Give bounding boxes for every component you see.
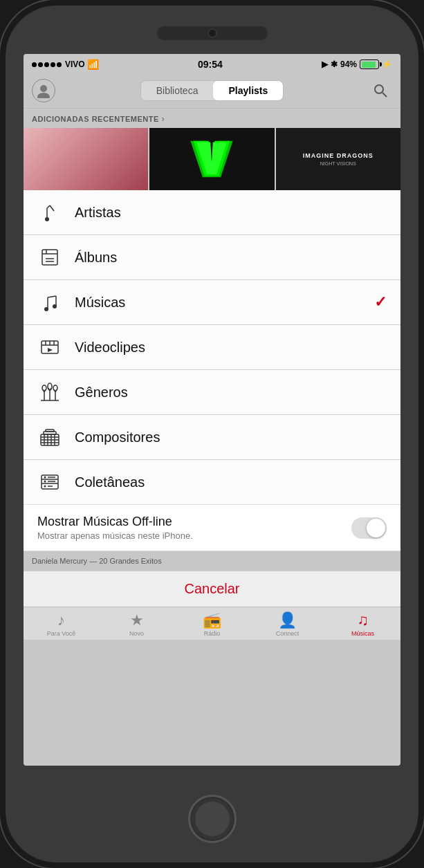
app-header: Biblioteca Playlists bbox=[24, 75, 400, 109]
radio-label: Rádio bbox=[204, 630, 221, 637]
novo-icon: ★ bbox=[130, 611, 144, 629]
musicas-nav-label: Músicas bbox=[351, 630, 374, 637]
offline-toggle-switch[interactable] bbox=[351, 517, 387, 539]
musicas-icon bbox=[37, 290, 62, 315]
recently-added-header[interactable]: ADICIONADAS RECENTEMENTE › bbox=[24, 109, 400, 128]
musicas-checkmark: ✓ bbox=[374, 293, 387, 311]
para-voce-label: Para Você bbox=[47, 630, 76, 637]
top-bar bbox=[157, 26, 268, 40]
bottom-peek: Daniela Mercury — 20 Grandes Exitos bbox=[24, 551, 400, 571]
nav-tab-connect[interactable]: 👤 Connect bbox=[250, 610, 325, 638]
time-display: 09:54 bbox=[198, 59, 223, 70]
album-thumb-1[interactable] bbox=[24, 128, 148, 190]
nav-tab-para-voce[interactable]: ♪ Para Você bbox=[24, 610, 99, 638]
compositores-icon bbox=[37, 425, 62, 450]
artistas-label: Artistas bbox=[75, 205, 121, 221]
album-thumb-2[interactable] bbox=[149, 128, 274, 190]
svg-line-3 bbox=[382, 93, 387, 97]
offline-title: Mostrar Músicas Off-line bbox=[37, 515, 193, 529]
svg-rect-49 bbox=[46, 430, 54, 432]
svg-marker-26 bbox=[48, 348, 53, 352]
bottom-nav: ♪ Para Você ★ Novo 📻 Rádio 👤 Connect ♫ bbox=[24, 607, 400, 640]
svg-line-17 bbox=[48, 296, 56, 297]
phone-inner: VIVO 📶 09:54 ▶ ✱ 94% ⚡ bbox=[6, 6, 418, 862]
offline-subtitle: Mostrar apenas músicas neste iPhone. bbox=[37, 530, 193, 541]
tab-biblioteca[interactable]: Biblioteca bbox=[141, 81, 214, 100]
bluetooth-icon: ✱ bbox=[331, 59, 338, 69]
menu-item-musicas[interactable]: Músicas ✓ bbox=[24, 280, 400, 325]
connect-icon: 👤 bbox=[278, 611, 297, 629]
svg-line-8 bbox=[47, 205, 50, 208]
toggle-knob bbox=[367, 519, 385, 537]
svg-point-54 bbox=[44, 481, 46, 483]
menu-item-compositores[interactable]: Compositores bbox=[24, 415, 400, 460]
coletaneas-label: Coletâneas bbox=[75, 474, 145, 490]
phone-frame: VIVO 📶 09:54 ▶ ✱ 94% ⚡ bbox=[0, 0, 424, 868]
albuns-label: Álbuns bbox=[75, 250, 117, 266]
svg-point-55 bbox=[44, 486, 46, 488]
svg-point-38 bbox=[53, 385, 57, 391]
videoclipes-icon bbox=[37, 335, 62, 360]
battery-percent: 94% bbox=[340, 59, 357, 69]
albuns-icon bbox=[37, 245, 62, 270]
album-thumb-3[interactable]: IMAGINE DRAGONS NIGHT VISIONS bbox=[276, 128, 400, 190]
svg-point-2 bbox=[375, 85, 383, 93]
album-row: IMAGINE DRAGONS NIGHT VISIONS bbox=[24, 128, 400, 190]
status-right: ▶ ✱ 94% ⚡ bbox=[322, 59, 392, 69]
svg-point-53 bbox=[44, 477, 46, 479]
musicas-nav-icon: ♫ bbox=[357, 611, 369, 629]
user-avatar[interactable] bbox=[32, 79, 55, 102]
menu-item-generos[interactable]: Gêneros bbox=[24, 370, 400, 415]
battery-fill bbox=[362, 62, 376, 68]
home-button-inner bbox=[194, 800, 231, 838]
menu-item-coletaneas[interactable]: Coletâneas bbox=[24, 460, 400, 504]
charging-icon: ⚡ bbox=[382, 59, 392, 69]
compositores-label: Compositores bbox=[75, 430, 160, 445]
menu-item-videoclipes[interactable]: Videoclipes bbox=[24, 325, 400, 370]
wifi-icon: 📶 bbox=[87, 59, 99, 70]
daniela-text: Daniela Mercury — 20 Grandes Exitos bbox=[32, 557, 162, 565]
menu-item-artistas[interactable]: Artistas bbox=[24, 190, 400, 235]
svg-line-10 bbox=[50, 205, 54, 211]
svg-point-1 bbox=[37, 93, 50, 98]
videoclipes-label: Videoclipes bbox=[75, 340, 145, 355]
svg-point-36 bbox=[42, 385, 46, 391]
generos-label: Gêneros bbox=[75, 385, 128, 400]
artistas-icon bbox=[37, 200, 62, 225]
recently-added-chevron: › bbox=[162, 114, 165, 124]
status-bar: VIVO 📶 09:54 ▶ ✱ 94% ⚡ bbox=[24, 54, 400, 75]
connect-label: Connect bbox=[276, 630, 299, 637]
recently-added-label: ADICIONADAS RECENTEMENTE bbox=[32, 115, 159, 123]
menu-item-albuns[interactable]: Álbuns bbox=[24, 235, 400, 280]
cancel-section: Cancelar bbox=[24, 571, 400, 607]
svg-point-20 bbox=[53, 304, 57, 308]
svg-point-9 bbox=[45, 217, 49, 221]
svg-point-0 bbox=[40, 85, 47, 92]
tab-playlists[interactable]: Playlists bbox=[213, 81, 283, 100]
nav-tab-novo[interactable]: ★ Novo bbox=[99, 610, 174, 638]
svg-point-19 bbox=[44, 307, 48, 311]
offline-section: Mostrar Músicas Off-line Mostrar apenas … bbox=[24, 504, 400, 551]
location-icon: ▶ bbox=[322, 59, 328, 69]
signal-dots bbox=[32, 62, 62, 67]
offline-text: Mostrar Músicas Off-line Mostrar apenas … bbox=[37, 515, 193, 541]
menu-overlay: Artistas Álbuns bbox=[24, 190, 400, 504]
generos-icon bbox=[37, 380, 62, 405]
cancel-button[interactable]: Cancelar bbox=[33, 581, 391, 597]
camera-dot bbox=[208, 28, 217, 38]
tab-group: Biblioteca Playlists bbox=[140, 80, 284, 101]
coletaneas-icon bbox=[37, 470, 62, 495]
para-voce-icon: ♪ bbox=[57, 611, 65, 629]
nav-tab-musicas[interactable]: ♫ Músicas bbox=[325, 610, 400, 638]
screen: VIVO 📶 09:54 ▶ ✱ 94% ⚡ bbox=[24, 54, 400, 766]
svg-rect-11 bbox=[42, 250, 57, 265]
battery-icon bbox=[360, 59, 379, 69]
carrier-label: VIVO bbox=[65, 59, 85, 69]
radio-icon: 📻 bbox=[203, 611, 221, 629]
search-button[interactable] bbox=[369, 79, 392, 102]
nav-tab-radio[interactable]: 📻 Rádio bbox=[174, 610, 250, 638]
status-left: VIVO 📶 bbox=[32, 59, 99, 70]
home-button[interactable] bbox=[188, 795, 237, 843]
musicas-label: Músicas bbox=[75, 295, 125, 311]
svg-point-37 bbox=[48, 383, 52, 390]
